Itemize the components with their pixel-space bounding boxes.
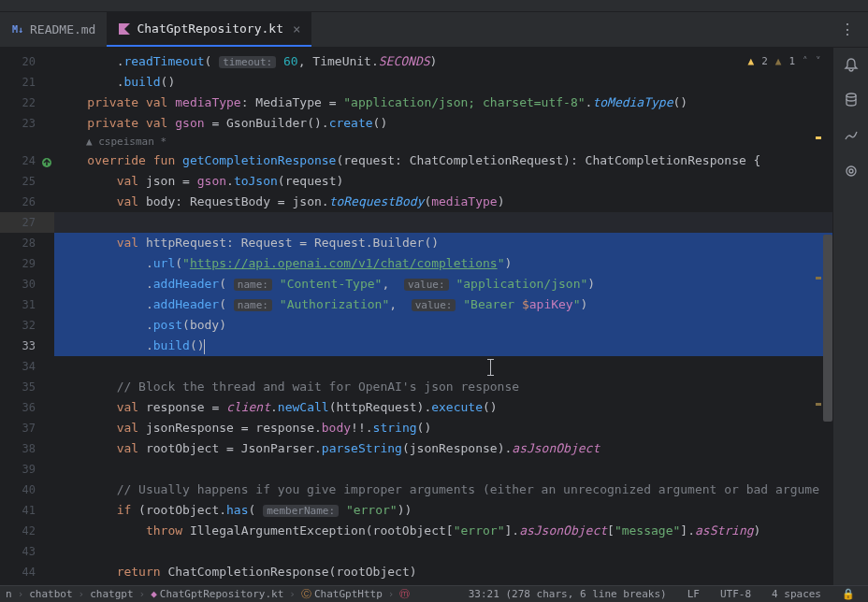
- code-line[interactable]: val rootObject = JsonParser.parseString(…: [54, 438, 832, 459]
- tab-label: README.md: [30, 22, 95, 36]
- code-line[interactable]: val body: RequestBody = json.toRequestBo…: [54, 192, 832, 212]
- tab-readme[interactable]: M↓ README.md: [0, 12, 107, 47]
- code-line[interactable]: .build(): [54, 336, 832, 356]
- line-number[interactable]: 34: [0, 356, 54, 377]
- code-line[interactable]: .build(): [54, 72, 832, 93]
- line-number[interactable]: 24: [0, 150, 54, 171]
- ai-assistant-icon[interactable]: [842, 162, 861, 180]
- code-line[interactable]: override fun getCompletionResponse(reque…: [54, 150, 832, 171]
- kotlin-file-icon: ◆: [151, 588, 157, 600]
- code-line[interactable]: private val gson = GsonBuilder().create(…: [54, 113, 832, 134]
- code-line[interactable]: [54, 212, 832, 233]
- line-number[interactable]: 23: [0, 113, 54, 134]
- caret-position[interactable]: 33:21 (278 chars, 6 line breaks): [461, 588, 674, 600]
- line-number[interactable]: 43: [0, 541, 54, 562]
- close-icon[interactable]: ×: [293, 22, 300, 36]
- title-bar-fragment: [0, 0, 868, 12]
- line-number[interactable]: 20: [0, 51, 54, 72]
- breadcrumb[interactable]: chatgpt: [90, 588, 133, 600]
- editor-tabs: M↓ README.md ChatGptRepository.kt × ⋮: [0, 12, 868, 48]
- line-number[interactable]: 39: [0, 459, 54, 480]
- line-separator[interactable]: LF: [680, 588, 707, 600]
- code-line[interactable]: return ChatCompletionResponse(rootObject…: [54, 562, 832, 582]
- error-stripe[interactable]: [816, 48, 821, 585]
- line-number[interactable]: 25: [0, 171, 54, 192]
- line-number[interactable]: 26: [0, 192, 54, 212]
- kotlin-icon: [118, 22, 131, 36]
- tabs-menu-icon[interactable]: ⋮: [827, 21, 868, 38]
- breadcrumb-file[interactable]: ◆ChatGptRepository.kt: [151, 588, 283, 600]
- code-line[interactable]: .addHeader( name: "Authorization", value…: [54, 294, 832, 315]
- line-number[interactable]: 30: [0, 274, 54, 294]
- breadcrumb[interactable]: n: [6, 588, 12, 600]
- class-icon: Ⓒ: [301, 588, 311, 600]
- code-line[interactable]: val response = client.newCall(httpReques…: [54, 397, 832, 418]
- author-inlay[interactable]: ▲ cspeisman *: [54, 134, 832, 150]
- svg-point-2: [846, 166, 856, 176]
- line-number[interactable]: 32: [0, 315, 54, 336]
- breadcrumb-method[interactable]: ⓜ: [399, 587, 412, 601]
- line-number[interactable]: 33: [0, 336, 54, 356]
- notifications-icon[interactable]: [842, 55, 861, 74]
- warning-icon: ▲: [748, 55, 755, 67]
- code-line[interactable]: [54, 356, 832, 377]
- line-number[interactable]: 35: [0, 377, 54, 397]
- right-tool-strip: [832, 48, 868, 585]
- weak-warning-icon: ▲: [775, 55, 782, 67]
- override-marker-icon[interactable]: [41, 154, 52, 165]
- status-bar: n› chatbot› chatgpt› ◆ChatGptRepository.…: [0, 585, 868, 602]
- line-number[interactable]: 29: [0, 253, 54, 274]
- code-line[interactable]: throw IllegalArgumentException(rootObjec…: [54, 521, 832, 541]
- code-line[interactable]: .url("https://api.openai.com/v1/chat/com…: [54, 253, 832, 274]
- line-number[interactable]: 40: [0, 480, 54, 500]
- code-line[interactable]: private val mediaType: MediaType = "appl…: [54, 93, 832, 113]
- svg-point-1: [846, 93, 856, 97]
- author-gutter: [0, 134, 54, 150]
- code-line[interactable]: val json = gson.toJson(request): [54, 171, 832, 192]
- chevron-up-icon[interactable]: ˄: [803, 55, 808, 67]
- line-number[interactable]: 28: [0, 233, 54, 253]
- warning-marker[interactable]: [816, 136, 821, 139]
- scrollbar-thumb[interactable]: [823, 235, 832, 422]
- code-line[interactable]: // Usually happens if you give improper …: [54, 480, 832, 500]
- code-line[interactable]: .readTimeout( timeout: 60, TimeUnit.SECO…: [54, 51, 832, 72]
- database-icon[interactable]: [842, 91, 861, 109]
- problems-widget[interactable]: ▲2 ▲1 ˄ ˅: [745, 53, 826, 69]
- coverage-icon[interactable]: [842, 126, 861, 145]
- line-gutter[interactable]: 20 21 22 23 24 25 26 27 28 29 30 31 32 3…: [0, 48, 54, 585]
- line-number[interactable]: 37: [0, 418, 54, 438]
- file-encoding[interactable]: UTF-8: [713, 588, 759, 600]
- info-marker[interactable]: [816, 277, 821, 280]
- line-number[interactable]: 22: [0, 93, 54, 113]
- tab-label: ChatGptRepository.kt: [137, 22, 283, 36]
- breadcrumb[interactable]: chatbot: [29, 588, 72, 600]
- breadcrumb-class[interactable]: ⒸChatGptHttp: [301, 587, 383, 601]
- method-icon: ⓜ: [399, 588, 410, 600]
- indent-setting[interactable]: 4 spaces: [764, 588, 829, 600]
- info-marker[interactable]: [816, 403, 821, 406]
- code-line[interactable]: .post(body): [54, 315, 832, 336]
- line-number[interactable]: 42: [0, 521, 54, 541]
- code-line[interactable]: .addHeader( name: "Content-Type", value:…: [54, 274, 832, 294]
- code-line[interactable]: if (rootObject.has( memberName: "error")…: [54, 500, 832, 521]
- readonly-toggle-icon[interactable]: 🔒: [834, 588, 862, 600]
- code-editor[interactable]: ▲2 ▲1 ˄ ˅ .readTimeout( timeout: 60, Tim…: [54, 48, 832, 585]
- line-number[interactable]: 36: [0, 397, 54, 418]
- markdown-icon: M↓: [11, 23, 24, 36]
- tab-chatgpt-repository[interactable]: ChatGptRepository.kt ×: [107, 12, 311, 47]
- line-number[interactable]: 38: [0, 438, 54, 459]
- code-line[interactable]: // Block the thread and wait for OpenAI'…: [54, 377, 832, 397]
- text-caret: [204, 339, 205, 354]
- line-number[interactable]: 31: [0, 294, 54, 315]
- code-line[interactable]: val jsonResponse = response.body!!.strin…: [54, 418, 832, 438]
- weak-warning-count: 1: [788, 55, 795, 67]
- svg-point-3: [849, 169, 853, 173]
- warning-count: 2: [761, 55, 768, 67]
- code-line[interactable]: val httpRequest: Request = Request.Build…: [54, 233, 832, 253]
- line-number[interactable]: 27: [0, 212, 54, 233]
- code-line[interactable]: [54, 459, 832, 480]
- line-number[interactable]: 41: [0, 500, 54, 521]
- code-line[interactable]: [54, 541, 832, 562]
- line-number[interactable]: 44: [0, 562, 54, 582]
- line-number[interactable]: 21: [0, 72, 54, 93]
